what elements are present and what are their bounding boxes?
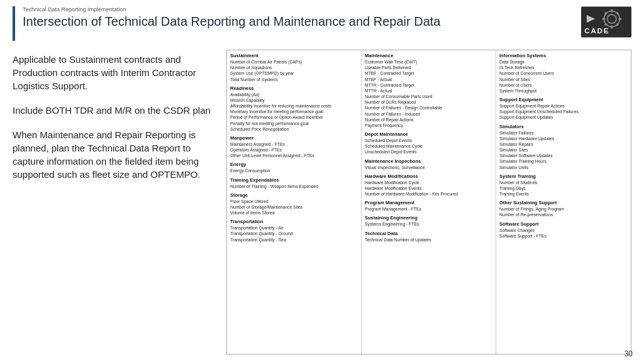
page-number: 30 xyxy=(625,349,633,358)
list-item: Useable Parts Delivered xyxy=(365,65,492,70)
left-para-3: When Maintenance and Repair Reporting is… xyxy=(13,128,214,181)
section-title: Manpower xyxy=(230,135,358,141)
list-item: Systems Engineering - FTEs xyxy=(365,221,492,227)
section-title: Support Equipment xyxy=(499,97,628,102)
list-item: Training Events xyxy=(499,191,628,197)
section-title: Transportation xyxy=(230,219,358,224)
list-item: Number of Sites xyxy=(499,77,628,82)
list-item: Software Support - FTEs xyxy=(499,233,628,239)
list-item: Support Equipment Updates xyxy=(499,114,628,120)
section-title: Storage xyxy=(230,192,358,198)
logo-area: CADE xyxy=(581,6,631,38)
list-item: System Use (OPTEMPO) by year xyxy=(230,70,358,76)
section-title: Depot Maintenance xyxy=(365,131,492,137)
table-grid: SustainmentNumber of Combat Air Patrols … xyxy=(227,50,631,354)
list-item: Number of Training - Weapon Items Expend… xyxy=(230,184,358,189)
table-col-2: MaintenanceCustomer Wait Time (CWT)Useab… xyxy=(362,50,496,354)
list-item: Number of Failures - Design Controllable xyxy=(365,105,492,111)
svg-text:CADE: CADE xyxy=(584,27,609,35)
list-item: Transportation Quantity - Sea xyxy=(230,237,358,243)
section-title: System Training xyxy=(499,173,628,179)
list-item: Unscheduled Depot Events xyxy=(365,149,492,155)
table-col-1: SustainmentNumber of Combat Air Patrols … xyxy=(227,50,362,354)
list-item: Number of Repair Actions xyxy=(365,117,492,123)
list-item: Number of Concurrent Users xyxy=(499,70,628,76)
list-item: Number of DLRs Replaced xyxy=(365,99,492,105)
section-title: Hardware Modifications xyxy=(365,173,492,179)
svg-rect-6 xyxy=(619,18,621,20)
blue-bar xyxy=(13,6,15,41)
list-item: Monetary Incentive for meeting performan… xyxy=(230,109,358,114)
list-item: Energy Consumption xyxy=(230,168,358,173)
section-title: Other Sustaining Support xyxy=(499,200,628,206)
list-item: Software Changes xyxy=(499,228,628,233)
left-panel: Applicable to Sustainment contracts and … xyxy=(13,50,214,354)
section-title: Simulators xyxy=(499,124,628,129)
list-item: IS Tech Refreshes xyxy=(499,65,628,70)
section-title: Maintenance Inspections xyxy=(365,158,492,164)
list-item: Number of Students xyxy=(499,180,628,185)
section-title: Technical Data xyxy=(365,231,492,236)
list-item: Data Storage xyxy=(499,59,628,65)
section-title: Program Management xyxy=(365,200,492,206)
list-item: Transportation Quantity - Air xyxy=(230,225,358,231)
list-item: Hardware Modification Cycle xyxy=(365,180,492,185)
list-item: Simulator Sites xyxy=(499,147,628,153)
list-item: Support Equipment Repair Actions xyxy=(499,103,628,109)
list-item: Number of Users xyxy=(499,82,628,88)
list-item: Hardware Modification Events xyxy=(365,185,492,191)
svg-rect-3 xyxy=(611,9,613,12)
list-item: Number of Consumable Parts Used xyxy=(365,94,492,99)
list-item: Training Days xyxy=(499,185,628,191)
section-title: Readiness xyxy=(230,85,358,91)
list-item: Availability (Ao) xyxy=(230,92,358,97)
list-item: Scheduled Price Renegotiation xyxy=(230,126,358,132)
section-title: Energy xyxy=(230,162,358,167)
section-title: Training Expendables xyxy=(230,177,358,183)
list-item: Simulator Failures xyxy=(499,130,628,136)
section-title: Sustainment xyxy=(230,53,358,58)
list-item: Simulator Training Hours xyxy=(499,158,628,164)
header-subtitle: Technical Data Reporting Implementation xyxy=(23,6,440,13)
list-item: Maintainers Assigned - FTEs xyxy=(230,141,358,147)
list-item: Payment Frequency xyxy=(365,123,492,128)
header-left: Technical Data Reporting Implementation … xyxy=(13,6,440,41)
list-item: Simulator Units xyxy=(499,165,628,170)
list-item: MTBF - Contracted Target xyxy=(365,70,492,76)
list-item: Visual Inspections, Surveillance xyxy=(365,165,492,170)
list-item: Penalty for not meeting performance goal xyxy=(230,121,358,126)
list-item: Total Number of Systems xyxy=(230,77,358,82)
list-item: Number of Storage/Maintenance Sites xyxy=(230,204,358,210)
list-item: Scheduled Depot Events xyxy=(365,138,492,143)
list-item: Number of Failures - Induced xyxy=(365,111,492,117)
list-item: Customer Wait Time (CWT) xyxy=(365,59,492,65)
list-item: MTBF - Actual xyxy=(365,77,492,82)
section-title: Maintenance xyxy=(365,53,492,58)
header-text: Technical Data Reporting Implementation … xyxy=(23,6,440,29)
header: Technical Data Reporting Implementation … xyxy=(0,0,644,45)
list-item: Floor Space Utilized xyxy=(230,199,358,204)
list-item: Program Management - FTEs xyxy=(365,206,492,212)
section-title: Information Systems xyxy=(499,53,628,58)
list-item: MTTR - Actual xyxy=(365,88,492,94)
list-item: Number of Hardware Modification - Kits P… xyxy=(365,191,492,197)
list-item: MTTR - Contracted Target xyxy=(365,82,492,88)
list-item: Technical Data Number of Updates xyxy=(365,237,492,243)
list-item: Mission Capability xyxy=(230,97,358,103)
main-content: Applicable to Sustainment contracts and … xyxy=(0,45,644,359)
section-title: Software Support xyxy=(499,221,628,227)
section-title: Sustaining Engineering xyxy=(365,215,492,221)
list-item: Affordability incentive for reducing mai… xyxy=(230,103,358,109)
page-title: Intersection of Technical Data Reporting… xyxy=(23,14,440,29)
list-item: Other Unit-Level Personnel Assigned - FT… xyxy=(230,153,358,158)
list-item: System Throughput xyxy=(499,88,628,94)
left-para-1: Applicable to Sustainment contracts and … xyxy=(13,53,214,92)
list-item: Simulator Repairs xyxy=(499,141,628,147)
list-item: Support Equipment Unscheduled Failures xyxy=(499,109,628,114)
data-table: SustainmentNumber of Combat Air Patrols … xyxy=(226,50,631,354)
list-item: Simulator Software Updates xyxy=(499,153,628,158)
svg-rect-5 xyxy=(602,18,605,20)
left-para-2: Include BOTH TDR and M/R on the CSDR pla… xyxy=(13,104,214,117)
svg-rect-4 xyxy=(611,26,613,28)
list-item: Scheduled Maintenance Cycle xyxy=(365,143,492,149)
